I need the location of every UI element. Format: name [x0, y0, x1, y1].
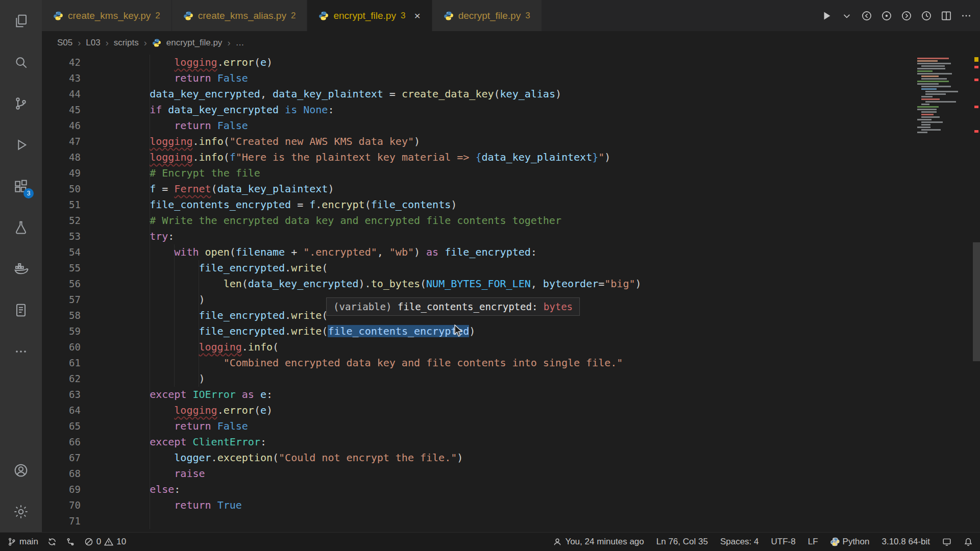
code-line-47[interactable]: 47 logging.info("Created new AWS KMS dat… [42, 134, 980, 149]
testing-icon[interactable] [0, 207, 42, 248]
hover-type: bytes [544, 301, 573, 312]
code-line-54[interactable]: 54 with open(filename + ".encrypted", "w… [42, 244, 980, 260]
problems-indicator[interactable]: 0 10 [84, 537, 126, 547]
breadcrumb-more[interactable]: … [235, 38, 244, 48]
python-file-icon [53, 11, 63, 21]
code-text: try: [125, 229, 174, 244]
code-line-65[interactable]: 65 return False [42, 418, 980, 434]
code-line-62[interactable]: 62 ) [42, 371, 980, 387]
tab-create-kms-alias[interactable]: create_kms_alias.py 2 [172, 0, 308, 31]
sync-button[interactable] [47, 537, 57, 546]
code-text: file_contents_encrypted = f.encrypt(file… [125, 197, 457, 213]
nav-back-icon[interactable] [860, 9, 873, 22]
search-icon[interactable] [0, 41, 42, 83]
tab-decrypt-file[interactable]: decrypt_file.py 3 [432, 0, 542, 31]
branch-indicator[interactable]: main [7, 537, 38, 547]
python-logo-icon [830, 537, 840, 546]
line-number: 47 [42, 134, 81, 149]
record-circle-icon[interactable] [880, 9, 893, 22]
run-button[interactable] [820, 9, 834, 22]
code-line-68[interactable]: 68 raise [42, 466, 980, 482]
extensions-icon[interactable]: 3 [0, 165, 42, 207]
code-text: logging.error(e) [125, 403, 273, 418]
git-branch-icon [7, 537, 16, 546]
code-line-71[interactable]: 71 [42, 513, 980, 529]
nav-forward-icon[interactable] [900, 9, 913, 22]
code-line-56[interactable]: 56 len(data_key_encrypted).to_bytes(NUM_… [42, 276, 980, 292]
code-line-55[interactable]: 55 file_encrypted.write( [42, 260, 980, 276]
sync-icon [47, 537, 57, 546]
code-line-44[interactable]: 44 data_key_encrypted, data_key_plaintex… [42, 86, 980, 102]
line-number: 45 [42, 102, 81, 118]
code-line-59[interactable]: 59 file_encrypted.write(file_contents_en… [42, 323, 980, 339]
breadcrumb-item[interactable]: S05 [57, 38, 72, 48]
split-editor-icon[interactable] [940, 9, 953, 22]
breadcrumb-item-file[interactable]: encrypt_file.py [166, 38, 223, 48]
chevron-down-icon[interactable] [840, 9, 853, 22]
code-line-70[interactable]: 70 return True [42, 497, 980, 513]
code-text: return True [125, 497, 242, 513]
ruler-marker-error [974, 106, 978, 108]
code-line-53[interactable]: 53 try: [42, 229, 980, 244]
line-number: 62 [42, 371, 81, 387]
more-views-icon[interactable] [0, 331, 42, 372]
breadcrumb-item[interactable]: scripts [114, 38, 139, 48]
python-file-icon [318, 11, 329, 21]
code-line-52[interactable]: 52 # Write the encrypted data key and en… [42, 213, 980, 229]
code-line-46[interactable]: 46 return False [42, 118, 980, 134]
line-number: 54 [42, 244, 81, 260]
breadcrumb-item[interactable]: L03 [86, 38, 100, 48]
interpreter-indicator[interactable]: 3.10.8 64-bit [881, 537, 930, 547]
account-icon[interactable] [0, 449, 42, 491]
code-line-51[interactable]: 51 file_contents_encrypted = f.encrypt(f… [42, 197, 980, 213]
cursor-position[interactable]: Ln 76, Col 35 [656, 537, 708, 547]
remote-monitor-button[interactable] [942, 537, 951, 546]
code-line-48[interactable]: 48 logging.info(f"Here is the plaintext … [42, 149, 980, 165]
tab-close-icon[interactable]: × [414, 10, 420, 21]
code-line-61[interactable]: 61 "Combined encrypted data key and file… [42, 355, 980, 371]
minimap[interactable] [915, 58, 973, 134]
notes-icon[interactable] [0, 289, 42, 331]
code-line-42[interactable]: 42 logging.error(e) [42, 55, 980, 70]
run-and-debug-icon[interactable] [0, 124, 42, 165]
line-number: 55 [42, 260, 81, 276]
tab-label: create_kms_alias.py [198, 10, 286, 21]
git-graph-button[interactable] [66, 537, 75, 546]
tab-encrypt-file[interactable]: encrypt_file.py 3 × [307, 0, 432, 31]
language-indicator[interactable]: Python [830, 537, 870, 547]
code-line-60[interactable]: 60 logging.info( [42, 339, 980, 355]
eol-indicator[interactable]: LF [808, 537, 818, 547]
blame-indicator[interactable]: You, 24 minutes ago [553, 537, 644, 547]
code-line-66[interactable]: 66 except ClientError: [42, 434, 980, 450]
code-line-45[interactable]: 45 if data_key_encrypted is None: [42, 102, 980, 118]
settings-gear-icon[interactable] [0, 491, 42, 532]
docker-icon[interactable] [0, 248, 42, 289]
editor[interactable]: 42 logging.error(e)43 return False44 dat… [42, 55, 980, 532]
notifications-button[interactable] [964, 537, 973, 546]
explorer-icon[interactable] [0, 0, 42, 41]
code-line-43[interactable]: 43 return False [42, 70, 980, 86]
line-number: 42 [42, 55, 81, 70]
line-number: 71 [42, 513, 81, 529]
tab-create-kms-key[interactable]: create_kms_key.py 2 [42, 0, 172, 31]
breadcrumb-separator-icon: › [144, 38, 147, 48]
line-number: 52 [42, 213, 81, 229]
source-control-icon[interactable] [0, 83, 42, 124]
interpreter-text: 3.10.8 64-bit [881, 537, 930, 547]
hover-kind: (variable) [333, 301, 398, 312]
code-line-50[interactable]: 50 f = Fernet(data_key_plaintext) [42, 181, 980, 197]
code-line-64[interactable]: 64 logging.error(e) [42, 403, 980, 418]
code-text: ) [125, 292, 205, 308]
code-line-67[interactable]: 67 logger.exception("Could not encrypt t… [42, 450, 980, 466]
breadcrumb-separator-icon: › [78, 38, 81, 48]
encoding-indicator[interactable]: UTF-8 [771, 537, 796, 547]
scrollbar[interactable] [973, 242, 980, 361]
code-line-69[interactable]: 69 else: [42, 482, 980, 497]
ruler-marker-warning [974, 57, 978, 62]
code-line-49[interactable]: 49 # Encrypt the file [42, 165, 980, 181]
more-actions-icon[interactable] [960, 9, 973, 22]
code-line-63[interactable]: 63 except IOError as e: [42, 387, 980, 403]
hover-tooltip: (variable) file_contents_encrypted: byte… [326, 297, 580, 316]
indentation-indicator[interactable]: Spaces: 4 [720, 537, 759, 547]
history-icon[interactable] [920, 9, 933, 22]
